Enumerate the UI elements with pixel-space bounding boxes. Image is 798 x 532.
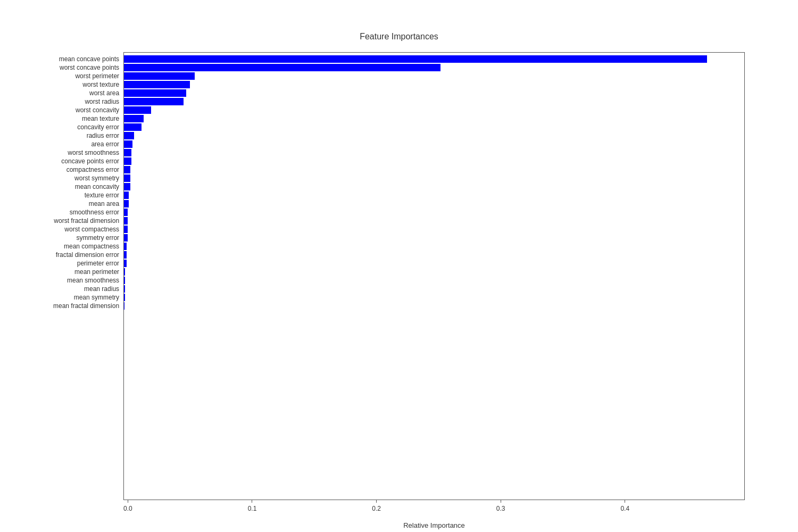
y-label: mean radius xyxy=(84,285,119,293)
x-tick: 0.3 xyxy=(496,500,505,512)
x-tick: 0.1 xyxy=(248,500,257,512)
bar-row xyxy=(124,115,744,122)
y-label: worst texture xyxy=(82,80,119,89)
bar-row xyxy=(124,64,744,71)
y-label: mean fractal dimension xyxy=(53,302,119,310)
y-label: concavity error xyxy=(77,123,119,131)
x-tick-line xyxy=(128,500,128,503)
bar-row xyxy=(124,268,744,276)
bar-row xyxy=(124,226,744,233)
x-tick-label: 0.1 xyxy=(248,505,257,512)
bar-row xyxy=(124,260,744,267)
y-label: worst concave points xyxy=(60,63,119,72)
y-label: area error xyxy=(91,140,119,148)
bar xyxy=(124,302,124,310)
bars-and-x: 0.00.10.20.30.4 Relative Importance xyxy=(123,52,745,532)
x-tick-label: 0.2 xyxy=(372,505,381,512)
y-label: worst perimeter xyxy=(75,72,119,80)
bar-row xyxy=(124,277,744,284)
bar xyxy=(124,209,128,216)
x-tick-line xyxy=(376,500,377,503)
bar-row xyxy=(124,81,744,88)
y-label: texture error xyxy=(85,191,119,200)
y-label: mean perimeter xyxy=(74,268,119,276)
y-label: mean concavity xyxy=(75,182,119,191)
bar xyxy=(124,268,125,276)
bar xyxy=(124,294,125,301)
x-tick-label: 0.0 xyxy=(123,505,132,512)
y-label: mean area xyxy=(89,200,119,208)
y-label: worst smoothness xyxy=(68,148,119,157)
bar xyxy=(124,217,128,225)
bar xyxy=(124,200,129,207)
y-label: smoothness error xyxy=(70,208,119,217)
bar-row xyxy=(124,55,744,63)
x-axis: 0.00.10.20.30.4 Relative Importance xyxy=(123,500,745,532)
bar-row xyxy=(124,294,744,301)
bar xyxy=(124,192,129,199)
y-label: fractal dimension error xyxy=(56,251,119,259)
chart-container: Feature Importances mean concave pointsw… xyxy=(0,0,798,532)
x-tick-label: 0.4 xyxy=(620,505,629,512)
y-label: mean concave points xyxy=(59,55,119,63)
bar-row xyxy=(124,234,744,242)
y-label: concave points error xyxy=(61,157,119,165)
bar xyxy=(124,174,130,182)
bar-row xyxy=(124,132,744,139)
bar xyxy=(124,98,184,105)
bar-row xyxy=(124,98,744,105)
bar xyxy=(124,166,130,173)
bar-row xyxy=(124,89,744,97)
bar-row xyxy=(124,209,744,216)
bar-row xyxy=(124,140,744,148)
bar xyxy=(124,115,144,122)
bar xyxy=(124,226,128,233)
x-tick-line xyxy=(501,500,501,503)
bar-row xyxy=(124,106,744,114)
y-label: worst symmetry xyxy=(74,174,119,182)
bar xyxy=(124,234,128,242)
y-label: symmetry error xyxy=(76,234,119,242)
x-tick: 0.4 xyxy=(620,500,629,512)
bar xyxy=(124,123,142,131)
y-label: mean texture xyxy=(82,114,119,123)
bar xyxy=(124,251,127,259)
y-label: worst radius xyxy=(85,97,119,106)
bar-row xyxy=(124,200,744,207)
bar xyxy=(124,285,125,293)
bar xyxy=(124,72,195,80)
y-label: mean compactness xyxy=(64,242,119,251)
bar-row xyxy=(124,251,744,259)
bar-row xyxy=(124,285,744,293)
x-tick-line xyxy=(252,500,252,503)
x-tick-line xyxy=(625,500,625,503)
chart-title: Feature Importances xyxy=(360,32,438,41)
y-labels: mean concave pointsworst concave pointsw… xyxy=(53,52,123,532)
bar xyxy=(124,64,440,71)
x-tick: 0.0 xyxy=(123,500,132,512)
bar-row xyxy=(124,302,744,310)
bar xyxy=(124,260,127,267)
bar xyxy=(124,277,125,284)
bar xyxy=(124,132,134,139)
bar xyxy=(124,55,707,63)
y-label: perimeter error xyxy=(77,259,119,268)
bar-row xyxy=(124,149,744,156)
bar-row xyxy=(124,157,744,165)
bar xyxy=(124,140,132,148)
bar xyxy=(124,183,130,190)
bar xyxy=(124,149,131,156)
bar xyxy=(124,243,127,250)
bar xyxy=(124,157,131,165)
y-label: mean symmetry xyxy=(74,293,119,302)
bar-row xyxy=(124,183,744,190)
bar xyxy=(124,89,186,97)
x-tick-label: 0.3 xyxy=(496,505,505,512)
y-label: worst area xyxy=(89,89,119,97)
bar-row xyxy=(124,217,744,225)
bar-row xyxy=(124,72,744,80)
y-label: worst compactness xyxy=(64,225,119,234)
y-label: mean smoothness xyxy=(67,276,119,285)
y-label: worst concavity xyxy=(76,106,119,114)
bar-row xyxy=(124,192,744,199)
